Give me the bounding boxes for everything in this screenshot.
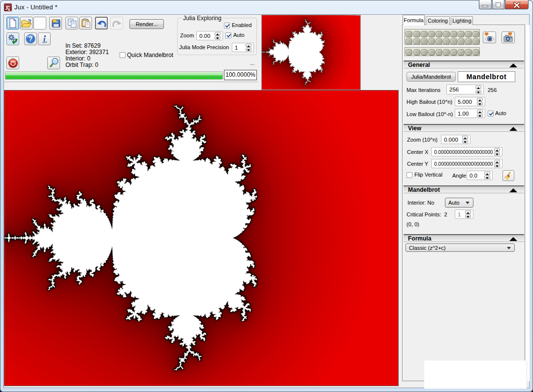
svg-text:x: x: [8, 6, 11, 12]
svg-text:?: ?: [29, 35, 33, 43]
